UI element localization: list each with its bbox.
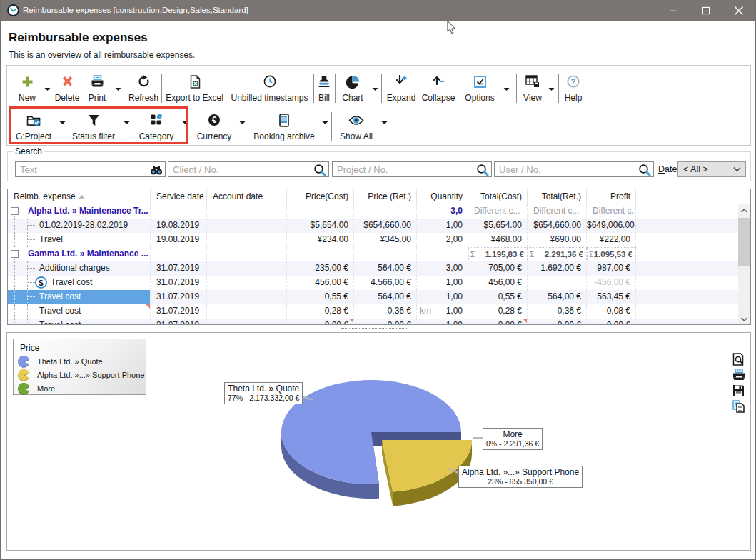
cell-name[interactable]: $Travel cost <box>8 276 151 290</box>
column-header-8[interactable]: Total(Ret.) <box>528 189 587 204</box>
table-row[interactable]: $Travel cost31.07.2019456,00 €4.566,00 €… <box>8 276 739 290</box>
tree-collapse-expander[interactable] <box>11 207 19 215</box>
cell-total_cost: 456,00 € <box>468 276 528 290</box>
scroll-down-arrow[interactable] <box>738 313 750 325</box>
table-row[interactable]: Travel cost31.07.20190,55 €564,00 €1,000… <box>8 290 739 304</box>
splitter-handle[interactable] <box>341 328 408 329</box>
scroll-up-arrow[interactable] <box>738 204 750 216</box>
title-bar[interactable]: Reimbursable expenses [construction,Desi… <box>1 0 755 21</box>
cell-name[interactable]: Travel cost <box>8 319 151 325</box>
project-search-field[interactable] <box>332 161 492 177</box>
expand-button[interactable]: Expand <box>384 69 418 104</box>
magnifier-icon <box>638 164 651 176</box>
currency-dropdown-arrow[interactable] <box>239 121 246 128</box>
table-row[interactable]: Additional charges31.07.2019235,00 €564,… <box>8 261 739 276</box>
text-search-field[interactable] <box>15 161 166 177</box>
column-header-9[interactable]: Profit <box>587 189 636 204</box>
chart-legend: Price Theta Ltd. » Quote Alpha Ltd. »...… <box>13 339 146 395</box>
cell-total_cost: Different c... <box>468 204 528 219</box>
toolbar-separator <box>331 112 332 141</box>
copy-chart-button[interactable] <box>732 400 745 412</box>
export-to-excel-button[interactable]: Export to Excel <box>164 69 225 104</box>
column-header-7[interactable]: Total(Cost) <box>468 189 528 204</box>
column-header-1[interactable]: Reimb. expense <box>8 189 151 204</box>
category-dropdown-arrow[interactable] <box>182 121 189 128</box>
booking-archive-button[interactable]: Booking archive <box>251 107 317 143</box>
project-search-input[interactable] <box>337 162 474 176</box>
date-select[interactable]: < All > <box>677 161 746 177</box>
status-filter-dropdown-arrow[interactable] <box>124 121 131 128</box>
print-button[interactable]: Print <box>82 69 112 104</box>
collapse-button[interactable]: Collapse <box>419 69 458 104</box>
gproject-dropdown-arrow[interactable] <box>59 121 66 128</box>
cell-account <box>207 204 287 219</box>
status-filter-button[interactable]: Status filter <box>71 107 116 143</box>
cell-account <box>207 247 287 261</box>
print-preview-button[interactable] <box>732 353 745 365</box>
view-dropdown-arrow[interactable] <box>548 87 555 94</box>
cell-name[interactable]: Travel <box>8 233 151 247</box>
maximize-button[interactable] <box>690 0 722 21</box>
cell-price_cost: 0,55 € <box>287 290 354 304</box>
client-search-input[interactable] <box>173 162 311 176</box>
minimize-button[interactable] <box>657 0 690 21</box>
currency-button[interactable]: € Currency <box>196 107 233 143</box>
cell-name[interactable]: Alpha Ltd. » Maintenance Tr... <box>8 204 151 219</box>
column-header-6[interactable]: Quantity <box>417 189 468 204</box>
toolbar-separator <box>516 74 517 103</box>
user-search-input[interactable] <box>499 162 636 176</box>
tree-collapse-expander[interactable] <box>11 250 19 258</box>
group-sum-value: 2.291,36 € <box>545 250 583 259</box>
help-button[interactable]: ? Help <box>561 69 585 104</box>
table-row[interactable]: Travel cost31.07.20190,00 €0,00 €1,000,0… <box>8 319 739 325</box>
bill-button[interactable]: Bill <box>316 69 333 104</box>
cell-name[interactable]: Additional charges <box>8 261 151 276</box>
show-all-button[interactable]: Show All <box>337 107 376 143</box>
magnifier-icon <box>313 164 326 176</box>
show-all-dropdown-arrow[interactable] <box>381 121 388 128</box>
cell-service <box>151 247 207 261</box>
delete-button[interactable]: Delete <box>53 69 81 104</box>
column-header-5[interactable]: Price (Ret.) <box>354 189 417 204</box>
cell-name[interactable]: Travel cost <box>8 304 151 319</box>
gproject-filter-button[interactable]: G:Project <box>14 107 54 143</box>
unbilled-timestamps-button[interactable]: Unbilled timestamps <box>228 69 311 104</box>
chart-button[interactable]: Chart <box>337 69 368 104</box>
options-dropdown-arrow[interactable] <box>503 87 510 94</box>
client-search-field[interactable] <box>168 161 329 177</box>
options-button[interactable]: Options <box>464 69 495 104</box>
refresh-button[interactable]: Refresh <box>127 69 160 104</box>
mouse-cursor <box>447 21 457 36</box>
toolbar-separator <box>558 74 559 103</box>
table-row[interactable]: Travel cost31.07.20190,28 €0,36 €km1,000… <box>8 304 739 319</box>
text-search-input[interactable] <box>20 162 148 176</box>
print-chart-button[interactable] <box>732 369 745 381</box>
view-button[interactable]: View <box>519 69 546 104</box>
category-filter-button[interactable]: Category <box>136 107 177 143</box>
cell-value: ¥234.00 <box>318 234 348 244</box>
table-row[interactable]: Travel19.08.2019¥234.00¥345.002,00¥468.0… <box>8 233 739 247</box>
scrollbar-thumb[interactable] <box>738 218 750 266</box>
cell-name[interactable]: 01.02.2019-28.02.2019 <box>8 219 151 233</box>
booking-archive-dropdown-arrow[interactable] <box>322 121 329 128</box>
cell-name[interactable]: Travel cost <box>8 290 151 304</box>
print-dropdown-arrow[interactable] <box>115 87 122 94</box>
close-button[interactable] <box>722 0 755 21</box>
table-group-row[interactable]: Alpha Ltd. » Maintenance Tr...3,0Differe… <box>8 204 739 219</box>
table-group-row[interactable]: Gamma Ltd. » Maintenance ...Σ1.195,83 €Σ… <box>8 247 739 261</box>
cell-value: 31.07.2019 <box>156 306 199 316</box>
user-search-field[interactable] <box>494 161 654 177</box>
cell-value: Different c... <box>593 206 636 216</box>
vertical-scrollbar[interactable] <box>738 204 750 325</box>
column-header-2[interactable]: Service date <box>151 189 207 204</box>
new-button[interactable]: New <box>11 69 43 104</box>
cell-value: 31.07.2019 <box>156 263 199 273</box>
column-header-4[interactable]: Price(Cost) <box>287 189 354 204</box>
column-header-3[interactable]: Account date <box>207 189 287 204</box>
chart-dropdown-arrow[interactable] <box>372 87 379 94</box>
table-row[interactable]: 01.02.2019-28.02.201919.08.2019$5,654.00… <box>8 219 739 233</box>
new-dropdown-arrow[interactable] <box>44 87 51 94</box>
cell-name[interactable]: Gamma Ltd. » Maintenance ... <box>8 247 151 261</box>
save-chart-button[interactable] <box>732 384 745 396</box>
copy-icon <box>732 400 745 413</box>
